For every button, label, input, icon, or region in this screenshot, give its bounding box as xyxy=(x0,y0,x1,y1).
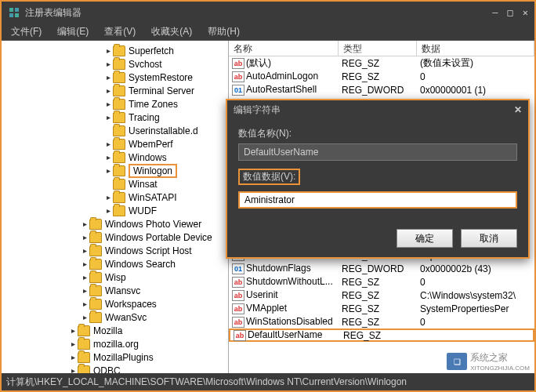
tree-arrow-icon[interactable] xyxy=(103,153,113,162)
tree-item[interactable]: mozilla.org xyxy=(2,337,228,350)
tree-arrow-icon[interactable] xyxy=(80,313,89,321)
menu-help[interactable]: 帮助(H) xyxy=(203,24,244,40)
tree-arrow-icon[interactable] xyxy=(68,339,78,348)
cancel-button[interactable]: 取消 xyxy=(461,229,517,248)
tree-arrow-icon[interactable] xyxy=(103,206,113,215)
close-button[interactable]: ✕ xyxy=(523,7,528,18)
string-value-icon: ab xyxy=(232,303,244,314)
tree-item[interactable]: Windows Search xyxy=(2,257,228,270)
tree-item[interactable]: Windows Portable Device xyxy=(2,230,228,244)
tree-arrow-icon[interactable] xyxy=(80,273,89,281)
window-title: 注册表编辑器 xyxy=(25,6,492,20)
tree-item[interactable]: Winlogon xyxy=(2,164,228,177)
value-type: REG_SZ xyxy=(339,317,417,328)
list-row[interactable]: abUserinitREG_SZC:\Windows\system32\ xyxy=(229,289,534,302)
tree-item[interactable]: Terminal Server xyxy=(2,84,228,97)
ok-button[interactable]: 确定 xyxy=(397,229,453,248)
tree-arrow-icon[interactable] xyxy=(80,246,89,255)
svg-rect-1 xyxy=(15,8,19,12)
folder-icon xyxy=(113,192,125,203)
list-row[interactable]: 01AutoRestartShellREG_DWORD0x00000001 (1… xyxy=(229,83,534,96)
tree-item[interactable]: Wisp xyxy=(2,270,228,284)
value-data-input[interactable] xyxy=(238,191,517,209)
tree-item[interactable]: Workspaces xyxy=(2,297,228,310)
tree-item[interactable]: Wlansvc xyxy=(2,284,228,297)
header-type[interactable]: 类型 xyxy=(339,41,417,56)
value-type: REG_SZ xyxy=(340,330,418,341)
value-type: REG_SZ xyxy=(339,58,417,69)
value-data: 0 xyxy=(417,71,534,82)
tree-label: Userinstallable.d xyxy=(129,125,198,136)
value-type: REG_DWORD xyxy=(339,85,417,96)
tree-item[interactable]: Tracing xyxy=(2,111,228,124)
value-data: C:\Windows\system32\ xyxy=(417,290,534,301)
tree-item[interactable]: Windows Photo Viewer xyxy=(2,217,228,230)
tree-arrow-icon[interactable] xyxy=(103,193,113,201)
folder-icon xyxy=(89,259,102,270)
tree-label: Tracing xyxy=(129,112,160,123)
tree-arrow-icon[interactable] xyxy=(103,86,113,95)
tree-arrow-icon[interactable] xyxy=(80,299,89,308)
list-row[interactable]: abWinStationsDisabledREG_SZ0 xyxy=(229,315,534,328)
tree-item[interactable]: WbemPerf xyxy=(2,137,228,151)
maximize-button[interactable]: □ xyxy=(508,7,513,18)
tree-item[interactable]: Mozilla xyxy=(2,324,228,337)
tree-arrow-icon[interactable] xyxy=(103,100,113,108)
tree-arrow-icon[interactable] xyxy=(80,286,89,295)
tree-item[interactable]: WinSATAPI xyxy=(2,191,228,204)
list-row[interactable]: abVMAppletREG_SZSystemPropertiesPer xyxy=(229,302,534,315)
dialog-buttons: 确定 取消 xyxy=(227,224,528,257)
menu-favorites[interactable]: 收藏夹(A) xyxy=(147,24,197,40)
list-row[interactable]: 01ShutdownFlagsREG_DWORD0x0000002b (43) xyxy=(229,262,534,275)
list-row[interactable]: ab(默认)REG_SZ(数值未设置) xyxy=(229,56,534,70)
tree-label: ODBC xyxy=(93,365,121,374)
tree-arrow-icon[interactable] xyxy=(68,326,78,335)
tree-arrow-icon[interactable] xyxy=(103,140,113,148)
tree-item[interactable]: Userinstallable.d xyxy=(2,124,228,137)
tree-arrow-icon[interactable] xyxy=(68,353,78,361)
tree-item[interactable]: WwanSvc xyxy=(2,310,228,324)
menu-file[interactable]: 文件(F) xyxy=(6,24,46,40)
dialog-close-icon[interactable]: ✕ xyxy=(514,104,522,115)
value-name: ShutdownFlags xyxy=(246,263,311,274)
tree-item[interactable]: Windows Script Host xyxy=(2,244,228,257)
tree-arrow-icon[interactable] xyxy=(68,366,78,373)
tree-item[interactable]: WUDF xyxy=(2,204,228,217)
menu-view[interactable]: 查看(V) xyxy=(100,24,140,40)
menu-edit[interactable]: 编辑(E) xyxy=(53,24,93,40)
list-row[interactable]: abDefaultUserNameREG_SZ xyxy=(229,328,534,342)
tree-item[interactable]: Winsat xyxy=(2,177,228,191)
tree-arrow-icon[interactable] xyxy=(80,233,89,241)
tree-arrow-icon[interactable] xyxy=(103,73,113,82)
tree-label: Time Zones xyxy=(129,99,178,110)
tree-item[interactable]: SystemRestore xyxy=(2,71,228,84)
tree-item[interactable]: Superfetch xyxy=(2,44,228,57)
folder-icon xyxy=(78,339,90,350)
tree-label: Wisp xyxy=(105,272,126,283)
value-name-input[interactable] xyxy=(238,143,517,161)
tree-panel[interactable]: SuperfetchSvchostSystemRestoreTerminal S… xyxy=(2,41,229,373)
minimize-button[interactable]: — xyxy=(492,7,498,18)
header-name[interactable]: 名称 xyxy=(229,41,339,56)
tree-arrow-icon[interactable] xyxy=(103,60,113,68)
folder-icon xyxy=(113,205,125,216)
list-row[interactable]: abShutdownWithoutL...REG_SZ0 xyxy=(229,275,534,289)
tree-arrow-icon[interactable] xyxy=(103,166,113,175)
tree-label: WwanSvc xyxy=(105,312,147,323)
tree-label: Superfetch xyxy=(129,45,174,56)
statusbar-path: 计算机\HKEY_LOCAL_MACHINE\SOFTWARE\Microsof… xyxy=(6,376,407,389)
tree-item[interactable]: Svchost xyxy=(2,57,228,71)
tree-arrow-icon[interactable] xyxy=(80,220,89,228)
tree-arrow-icon[interactable] xyxy=(103,113,113,122)
header-data[interactable]: 数据 xyxy=(417,41,534,56)
folder-icon xyxy=(113,139,125,150)
list-row[interactable]: abAutoAdminLogonREG_SZ0 xyxy=(229,70,534,83)
value-data: 0x0000002b (43) xyxy=(417,263,534,274)
tree-item[interactable]: MozillaPlugins xyxy=(2,350,228,364)
tree-arrow-icon[interactable] xyxy=(80,260,89,268)
tree-item[interactable]: Time Zones xyxy=(2,97,228,111)
tree-item[interactable]: Windows xyxy=(2,151,228,164)
tree-arrow-icon[interactable] xyxy=(103,46,113,55)
dialog-title: 编辑字符串 xyxy=(234,103,514,117)
tree-item[interactable]: ODBC xyxy=(2,364,228,373)
